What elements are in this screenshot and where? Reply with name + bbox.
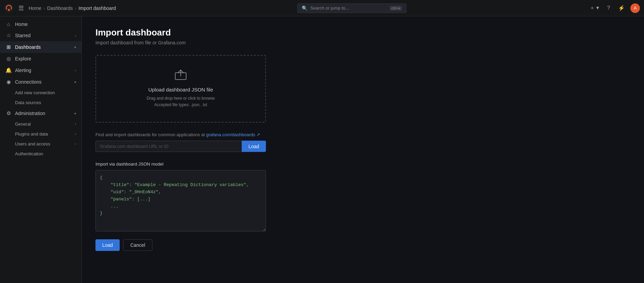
grafana-url-input[interactable] [95, 141, 242, 152]
grafana-dashboards-link[interactable]: grafana.com/dashboards ↗ [206, 132, 260, 137]
topbar-right: ＋ ▾ ？ ⚡ A [588, 3, 640, 13]
star-icon: ☆ [5, 32, 12, 39]
chevron-right-users-icon: › [75, 142, 76, 146]
sidebar-explore-label: Explore [15, 56, 31, 61]
sidebar-users-label: Users and access [15, 141, 50, 146]
sidebar-item-general[interactable]: General › [0, 119, 81, 129]
sidebar-item-authentication[interactable]: Authentication [0, 149, 81, 159]
search-bar[interactable]: 🔍 Search or jump to... ctrl+k [297, 3, 406, 13]
sidebar-item-home[interactable]: ⌂ Home [0, 18, 81, 30]
sidebar-general-label: General [15, 122, 31, 127]
grafana-section-label: Find and import dashboards for common ap… [95, 132, 266, 137]
bottom-buttons: Load Cancel [95, 239, 630, 251]
upload-drop-zone[interactable]: Upload dashboard JSON file Drag and drop… [95, 55, 266, 123]
search-text: Search or jump to... [310, 5, 387, 11]
help-icon[interactable]: ？ [604, 3, 613, 13]
add-button[interactable]: ＋ ▾ [588, 3, 600, 13]
breadcrumb: Home › Dashboards › Import dashboard [29, 5, 116, 11]
external-link-icon: ↗ [256, 132, 260, 137]
grafana-load-button[interactable]: Load [242, 141, 266, 152]
home-icon: ⌂ [5, 21, 12, 27]
layout: ⌂ Home ☆ Starred › ⊞ Dashboards ▾ ◎ Expl… [0, 16, 644, 283]
json-section-label: Import via dashboard JSON model [95, 161, 266, 167]
breadcrumb-home[interactable]: Home [29, 5, 41, 11]
search-icon: 🔍 [302, 5, 308, 11]
sidebar-main-section: ⌂ Home ☆ Starred › ⊞ Dashboards ▾ ◎ Expl… [0, 16, 81, 159]
topbar: ☰ Home › Dashboards › Import dashboard 🔍… [0, 0, 644, 16]
sidebar-item-dashboards[interactable]: ⊞ Dashboards ▾ [0, 41, 81, 53]
sidebar-item-starred[interactable]: ☆ Starred › [0, 30, 81, 41]
connections-icon: ◉ [5, 79, 12, 85]
sidebar-item-connections[interactable]: ◉ Connections ▾ [0, 76, 81, 88]
chevron-down-icon: ▾ [74, 45, 76, 49]
topbar-left: ☰ Home › Dashboards › Import dashboard [4, 3, 116, 13]
news-icon[interactable]: ⚡ [617, 3, 626, 13]
sidebar-dashboards-label: Dashboards [15, 44, 41, 50]
chevron-down-admin-icon: ▾ [74, 112, 76, 115]
url-input-row: Load [95, 141, 266, 152]
avatar[interactable]: A [630, 3, 640, 13]
sidebar: ⌂ Home ☆ Starred › ⊞ Dashboards ▾ ◎ Expl… [0, 16, 82, 283]
chevron-right-icon: › [75, 34, 76, 38]
chevron-right-plugins-icon: › [75, 132, 76, 136]
breadcrumb-current: Import dashboard [78, 5, 116, 11]
json-model-section: Import via dashboard JSON model { "title… [95, 161, 266, 232]
search-shortcut: ctrl+k [390, 6, 402, 11]
sidebar-item-data-sources[interactable]: Data sources [0, 98, 81, 108]
chevron-down-connections-icon: ▾ [74, 80, 76, 84]
sidebar-admin-label: Administration [15, 111, 45, 116]
grafana-logo [4, 3, 14, 13]
sidebar-item-administration[interactable]: ⚙ Administration ▾ [0, 108, 81, 119]
chevron-right-alerting-icon: › [75, 69, 76, 72]
sidebar-auth-label: Authentication [15, 151, 43, 156]
alerting-icon: 🔔 [5, 67, 12, 73]
sidebar-plugins-label: Plugins and data [15, 131, 48, 137]
sidebar-alerting-label: Alerting [15, 68, 31, 73]
cancel-button[interactable]: Cancel [123, 239, 152, 251]
sidebar-connections-label: Connections [15, 79, 42, 85]
breadcrumb-sep-2: › [75, 5, 77, 11]
sidebar-item-explore[interactable]: ◎ Explore [0, 53, 81, 65]
breadcrumb-dashboards[interactable]: Dashboards [47, 5, 73, 11]
sidebar-item-users-and-access[interactable]: Users and access › [0, 139, 81, 149]
dashboards-icon: ⊞ [5, 44, 12, 50]
upload-desc-line1: Drag and drop here or click to browse [110, 95, 252, 102]
chevron-right-general-icon: › [75, 122, 76, 126]
explore-icon: ◎ [5, 56, 12, 62]
sidebar-item-add-new-connection[interactable]: Add new connection [0, 88, 81, 98]
upload-icon [110, 69, 252, 83]
page-title: Import dashboard [95, 27, 630, 38]
sidebar-add-connection-label: Add new connection [15, 90, 55, 95]
load-button[interactable]: Load [95, 239, 120, 251]
json-textarea[interactable]: { "title": "Example - Repeating Dictiona… [95, 170, 266, 231]
sidebar-item-alerting[interactable]: 🔔 Alerting › [0, 65, 81, 76]
admin-icon: ⚙ [5, 110, 12, 116]
sidebar-home-label: Home [15, 22, 28, 27]
sidebar-item-plugins-and-data[interactable]: Plugins and data › [0, 129, 81, 139]
breadcrumb-sep-1: › [43, 5, 45, 11]
upload-title: Upload dashboard JSON file [110, 87, 252, 93]
svg-point-1 [8, 9, 10, 11]
grafana-url-section: Find and import dashboards for common ap… [95, 132, 266, 152]
main-content: Import dashboard Import dashboard from f… [82, 16, 644, 283]
page-subtitle: Import dashboard from file or Grafana.co… [95, 40, 630, 45]
upload-desc-line2: Accepted file types: .json, .txt [110, 102, 252, 108]
menu-toggle[interactable]: ☰ [17, 3, 25, 13]
sidebar-data-sources-label: Data sources [15, 100, 41, 105]
sidebar-starred-label: Starred [15, 33, 31, 38]
